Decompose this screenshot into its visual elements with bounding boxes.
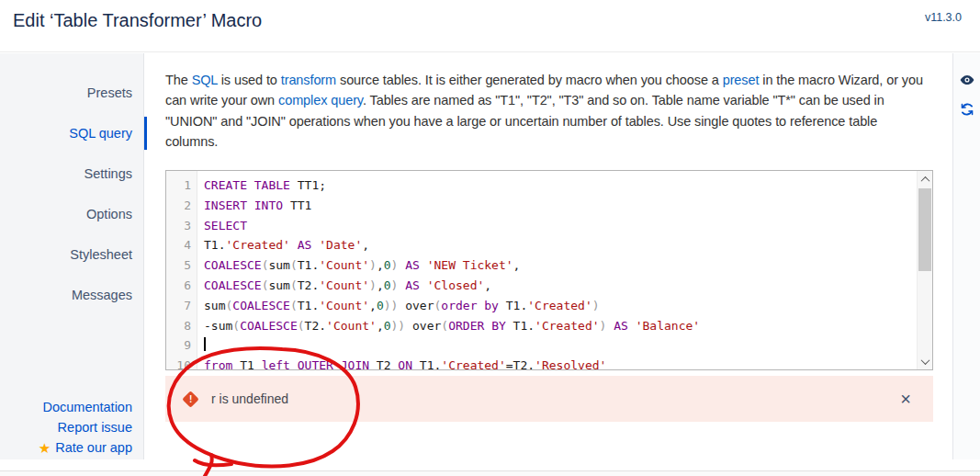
- line-number: 9: [166, 335, 191, 356]
- code-line-7: sum(COALESCE(T1.'Count',0)) over(order b…: [204, 296, 932, 316]
- code-line-3: SELECT: [204, 216, 932, 236]
- line-number: 5: [166, 255, 191, 276]
- page-title: Edit ‘Table Transformer’ Macro: [13, 10, 262, 31]
- intro-text: The: [165, 73, 192, 87]
- refresh-icon[interactable]: [959, 101, 975, 118]
- line-number: 7: [166, 296, 191, 316]
- code-line-6: COALESCE(sum(T2.'Count'),0) AS 'Closed',: [204, 276, 932, 296]
- scroll-down-button[interactable]: [918, 354, 932, 368]
- link-label: Documentation: [42, 400, 132, 414]
- line-number: 3: [166, 216, 191, 236]
- chevron-up-icon: [920, 176, 929, 185]
- sidebar-item-label: Settings: [84, 166, 132, 181]
- footer-divider: [0, 470, 980, 476]
- scroll-up-button[interactable]: [918, 172, 932, 187]
- sidebar-item-settings[interactable]: Settings: [0, 153, 143, 194]
- inline-link-transform[interactable]: transform: [281, 73, 336, 87]
- code-line-9: [204, 335, 932, 356]
- header: Edit ‘Table Transformer’ Macro v11.3.0: [0, 0, 980, 52]
- inline-link-preset[interactable]: preset: [723, 73, 760, 87]
- sidebar: PresetsSQL querySettingsOptionsStyleshee…: [0, 53, 144, 459]
- sidebar-item-messages[interactable]: Messages: [0, 275, 143, 315]
- eye-icon[interactable]: [959, 72, 975, 88]
- sidebar-item-presets[interactable]: Presets: [0, 73, 143, 113]
- sidebar-footer-links: DocumentationReport issue★Rate our app: [0, 397, 132, 458]
- intro-paragraph: The SQL is used to transform source tabl…: [165, 70, 933, 153]
- intro-text: is used to: [218, 73, 281, 87]
- line-number: 6: [166, 276, 191, 296]
- code-line-2: INSERT INTO TT1: [204, 196, 932, 216]
- inline-link-sql[interactable]: SQL: [192, 73, 218, 87]
- chevron-down-icon: [920, 356, 929, 365]
- sidebar-item-label: Presets: [87, 85, 132, 100]
- right-rail: [952, 53, 980, 459]
- line-number: 10: [166, 356, 191, 370]
- version-label: v11.3.0: [925, 11, 962, 24]
- sidebar-item-options[interactable]: Options: [0, 194, 143, 234]
- close-icon[interactable]: ×: [900, 390, 911, 408]
- sidebar-item-label: Messages: [72, 288, 132, 302]
- line-number: 8: [166, 316, 191, 336]
- scrollbar-thumb[interactable]: [918, 188, 931, 271]
- editor-scrollbar[interactable]: [917, 171, 932, 369]
- active-item-indicator: [144, 117, 147, 150]
- link-label: Rate our app: [55, 440, 132, 455]
- sidebar-item-label: Options: [86, 207, 132, 221]
- code-line-4: T1.'Created' AS 'Date',: [204, 235, 932, 255]
- line-number: 4: [166, 235, 191, 255]
- link-report-issue[interactable]: Report issue: [0, 417, 132, 437]
- link-rate-our-app[interactable]: ★Rate our app: [0, 437, 132, 458]
- line-number: 1: [166, 176, 191, 196]
- line-number: 2: [166, 196, 191, 216]
- error-banner: ! r is undefined ×: [165, 376, 933, 422]
- link-documentation[interactable]: Documentation: [0, 397, 132, 417]
- star-icon: ★: [39, 441, 51, 455]
- sidebar-item-stylesheet[interactable]: Stylesheet: [0, 234, 143, 275]
- sidebar-item-label: SQL query: [69, 126, 132, 141]
- gutter: 12345678910: [166, 171, 197, 369]
- sidebar-item-sql-query[interactable]: SQL query: [0, 113, 143, 153]
- sidebar-item-label: Stylesheet: [70, 247, 132, 262]
- error-icon: !: [182, 391, 198, 407]
- code-line-5: COALESCE(sum(T1.'Count'),0) AS 'NEW Tick…: [204, 255, 932, 276]
- intro-text: source tables. It is either generated by…: [336, 73, 723, 87]
- sql-editor[interactable]: 12345678910 CREATE TABLE TT1;INSERT INTO…: [165, 170, 933, 370]
- code-lines[interactable]: CREATE TABLE TT1;INSERT INTO TT1SELECTT1…: [197, 171, 932, 369]
- inline-link-complex-query[interactable]: complex query: [278, 93, 363, 108]
- error-message: r is undefined: [211, 391, 288, 406]
- text-cursor: [204, 337, 206, 351]
- code-line-10: from T1 left OUTER JOIN T2 ON T1.'Create…: [204, 356, 932, 369]
- code-line-1: CREATE TABLE TT1;: [204, 176, 932, 196]
- link-label: Report issue: [58, 420, 132, 435]
- code-line-8: -sum(COALESCE(T2.'Count',0)) over(ORDER …: [204, 316, 932, 336]
- sidebar-nav: PresetsSQL querySettingsOptionsStyleshee…: [0, 53, 143, 315]
- macro-editor-window: Edit ‘Table Transformer’ Macro v11.3.0 P…: [0, 0, 980, 476]
